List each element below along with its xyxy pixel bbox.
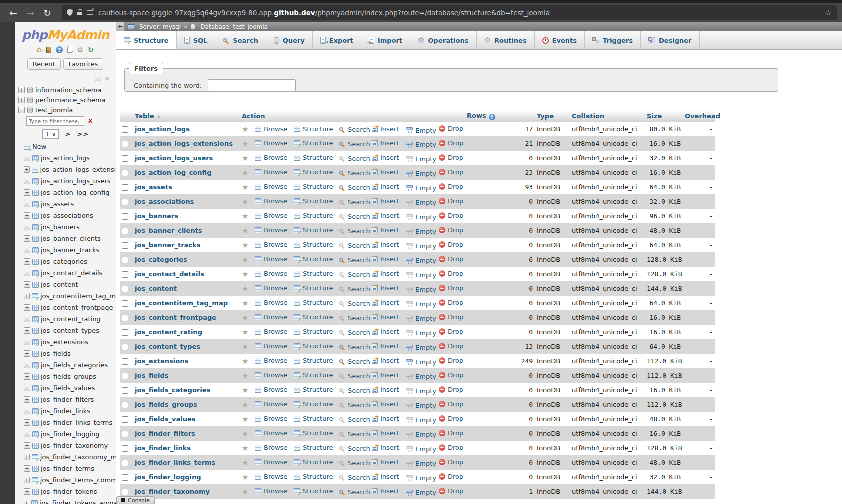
- size-value[interactable]: 32.0 KiB: [645, 194, 683, 209]
- empty-link[interactable]: Empty: [406, 489, 436, 496]
- favorite-star-icon[interactable]: ★: [242, 488, 248, 496]
- recent-tab[interactable]: Recent: [28, 58, 61, 70]
- browse-link[interactable]: Browse: [255, 299, 288, 306]
- row-checkbox[interactable]: [122, 214, 128, 220]
- size-column-header[interactable]: Size: [645, 110, 683, 122]
- tree-table-item-jos_banner_tracks[interactable]: +jos_banner_tracks: [22, 244, 116, 256]
- tree-table-item-jos_finder_tokens_aggregate[interactable]: +jos_finder_tokens_aggregate: [22, 498, 116, 504]
- tab-routines[interactable]: ⚙Routines: [477, 32, 535, 50]
- expander-icon[interactable]: +: [24, 190, 30, 196]
- structure-link[interactable]: Structure: [294, 183, 333, 190]
- tab-designer[interactable]: Designer: [641, 32, 700, 50]
- tab-triggers[interactable]: Triggers: [585, 32, 641, 50]
- drop-link[interactable]: Drop: [439, 430, 464, 437]
- expander-icon[interactable]: −: [18, 107, 25, 114]
- tree-table-item-jos_finder_logging[interactable]: +jos_finder_logging: [22, 428, 116, 440]
- table-name-link[interactable]: jos_banner_tracks: [135, 242, 200, 249]
- search-link[interactable]: Search: [339, 155, 370, 162]
- favorite-star-icon[interactable]: ★: [242, 256, 248, 264]
- tree-table-item-jos_content_frontpage[interactable]: +jos_content_frontpage: [22, 302, 116, 314]
- row-checkbox[interactable]: [122, 156, 128, 162]
- empty-link[interactable]: Empty: [406, 228, 436, 236]
- search-link[interactable]: Search: [339, 213, 370, 220]
- search-link[interactable]: Search: [339, 126, 370, 134]
- overhead-column-header[interactable]: Overhead: [683, 110, 715, 122]
- tab-events[interactable]: Events: [535, 32, 585, 50]
- table-name-link[interactable]: jos_content_types: [135, 343, 200, 350]
- size-value[interactable]: 48.0 KiB: [645, 224, 683, 238]
- size-value[interactable]: 16.0 KiB: [645, 166, 683, 180]
- drop-link[interactable]: Drop: [439, 473, 464, 480]
- insert-link[interactable]: Insert: [372, 328, 399, 336]
- drop-link[interactable]: Drop: [439, 284, 464, 292]
- tree-table-item-jos_finder_links[interactable]: +jos_finder_links: [22, 406, 116, 417]
- favorite-star-icon[interactable]: ★: [242, 314, 248, 322]
- drop-link[interactable]: Drop: [439, 342, 464, 350]
- favorite-star-icon[interactable]: ★: [242, 154, 248, 163]
- search-link[interactable]: Search: [339, 184, 370, 192]
- logout-icon[interactable]: [46, 47, 52, 54]
- favorite-star-icon[interactable]: ★: [242, 168, 248, 178]
- expander-icon[interactable]: +: [24, 362, 30, 368]
- expander-icon[interactable]: +: [18, 87, 25, 94]
- insert-link[interactable]: Insert: [372, 314, 399, 321]
- favorite-star-icon[interactable]: ★: [242, 372, 248, 380]
- browse-link[interactable]: Browse: [255, 458, 288, 466]
- empty-link[interactable]: Empty: [406, 373, 436, 380]
- documentation-icon[interactable]: [68, 47, 72, 53]
- structure-link[interactable]: Structure: [294, 357, 333, 364]
- drop-link[interactable]: Drop: [439, 400, 464, 408]
- empty-link[interactable]: Empty: [406, 330, 436, 337]
- empty-link[interactable]: Empty: [406, 402, 436, 410]
- favorite-star-icon[interactable]: ★: [242, 140, 248, 148]
- search-link[interactable]: Search: [339, 271, 370, 278]
- favorite-star-icon[interactable]: ★: [242, 125, 248, 134]
- table-name-link[interactable]: jos_fields_categories: [135, 386, 210, 394]
- expander-icon[interactable]: +: [24, 396, 30, 403]
- row-checkbox[interactable]: [122, 330, 128, 336]
- new-table-item[interactable]: New: [22, 141, 116, 152]
- structure-link[interactable]: Structure: [294, 226, 333, 234]
- structure-link[interactable]: Structure: [294, 400, 333, 408]
- row-checkbox[interactable]: [122, 242, 128, 249]
- tree-table-item-jos_contentitem_tag_map[interactable]: +jos_contentitem_tag_map: [22, 290, 116, 302]
- console-bar[interactable]: Console: [116, 496, 155, 504]
- structure-link[interactable]: Structure: [294, 488, 333, 495]
- size-value[interactable]: 128.0 KiB: [645, 267, 683, 282]
- expander-icon[interactable]: +: [24, 408, 30, 414]
- size-value[interactable]: 64.0 KiB: [645, 238, 683, 252]
- insert-link[interactable]: Insert: [372, 299, 399, 306]
- favorite-star-icon[interactable]: ★: [242, 430, 248, 438]
- row-checkbox[interactable]: [122, 416, 128, 423]
- collapse-all-icon[interactable]: −: [95, 75, 102, 82]
- tree-table-item-jos_content_types[interactable]: +jos_content_types: [22, 325, 116, 336]
- expander-icon[interactable]: +: [24, 328, 30, 334]
- search-link[interactable]: Search: [339, 170, 370, 177]
- row-checkbox[interactable]: [122, 460, 128, 466]
- search-link[interactable]: Search: [339, 460, 370, 467]
- drop-link[interactable]: Drop: [439, 270, 464, 278]
- search-link[interactable]: Search: [339, 198, 370, 206]
- table-name-link[interactable]: jos_action_logs: [135, 126, 190, 133]
- empty-link[interactable]: Empty: [406, 214, 436, 221]
- browse-link[interactable]: Browse: [255, 226, 288, 234]
- drop-link[interactable]: Drop: [439, 357, 464, 364]
- tree-table-item-jos_banner_clients[interactable]: +jos_banner_clients: [22, 233, 116, 244]
- search-link[interactable]: Search: [339, 300, 370, 308]
- empty-link[interactable]: Empty: [406, 286, 436, 294]
- insert-link[interactable]: Insert: [372, 241, 399, 248]
- table-name-link[interactable]: jos_finder_logging: [135, 474, 202, 481]
- size-value[interactable]: 16.0 KiB: [645, 383, 683, 398]
- row-checkbox[interactable]: [122, 474, 128, 481]
- tree-table-item-jos_action_log_config[interactable]: +jos_action_log_config: [22, 187, 116, 198]
- expander-icon[interactable]: +: [24, 166, 30, 173]
- tree-table-item-jos_action_logs_users[interactable]: +jos_action_logs_users: [22, 176, 116, 187]
- structure-link[interactable]: Structure: [294, 168, 333, 176]
- expander-icon[interactable]: +: [24, 454, 30, 460]
- expander-icon[interactable]: +: [24, 466, 30, 472]
- search-link[interactable]: Search: [339, 344, 370, 351]
- row-checkbox[interactable]: [122, 272, 128, 278]
- next-page-link[interactable]: >: [65, 130, 71, 138]
- row-checkbox[interactable]: [122, 141, 128, 148]
- empty-link[interactable]: Empty: [406, 141, 436, 148]
